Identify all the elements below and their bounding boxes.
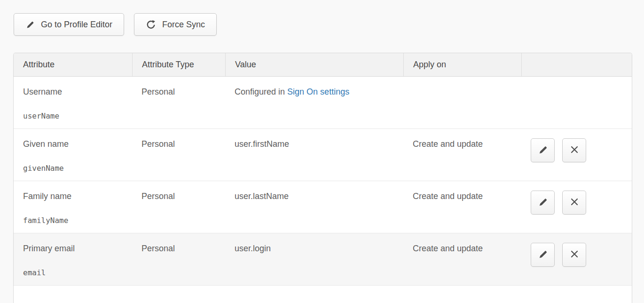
pencil-icon [538, 144, 548, 156]
edit-attribute-button[interactable] [531, 243, 555, 267]
x-icon [569, 249, 580, 261]
refresh-icon [146, 19, 156, 30]
attribute-label: Username [23, 87, 123, 97]
header-attribute: Attribute [14, 53, 132, 76]
header-value: Value [225, 53, 403, 76]
apply-on-cell: Create and update [403, 181, 521, 233]
x-icon [569, 197, 580, 208]
edit-attribute-button[interactable] [531, 138, 555, 162]
toolbar: Go to Profile Editor Force Sync [14, 13, 217, 36]
attribute-cell: Given name givenName [14, 129, 132, 181]
x-icon [569, 144, 580, 156]
apply-on-cell: Create and update [403, 233, 521, 285]
attribute-variable: email [23, 268, 123, 278]
apply-on-cell [403, 77, 521, 128]
value-cell: Configured inSign On settings [225, 77, 403, 128]
value-text: Configured in [235, 87, 285, 96]
attribute-variable: familyName [23, 215, 123, 226]
pencil-icon [25, 20, 35, 29]
go-to-profile-editor-label: Go to Profile Editor [41, 20, 112, 30]
attribute-label: Primary email [23, 243, 123, 254]
value-cell: user.firstName [225, 129, 403, 181]
force-sync-label: Force Sync [162, 20, 205, 30]
remove-attribute-button[interactable] [562, 191, 586, 215]
value-cell: user.lastName [225, 181, 403, 233]
table-row: Primary email email Personal user.login … [14, 233, 632, 286]
attribute-type-cell: Personal [132, 181, 225, 233]
remove-attribute-button[interactable] [562, 138, 586, 162]
actions-cell [521, 129, 632, 181]
table-row: Given name givenName Personal user.first… [14, 129, 632, 181]
go-to-profile-editor-button[interactable]: Go to Profile Editor [14, 13, 124, 36]
attribute-cell: Username userName [14, 77, 132, 128]
header-actions [521, 53, 632, 76]
pencil-icon [538, 197, 548, 208]
header-apply-on: Apply on [403, 53, 521, 76]
attribute-type-cell: Personal [132, 233, 225, 285]
pencil-icon [538, 249, 548, 261]
value-cell: user.login [225, 233, 403, 285]
table-row: Username userName Personal Configured in… [14, 77, 632, 129]
attribute-type-cell: Personal [132, 77, 225, 128]
attribute-mappings-table: Attribute Attribute Type Value Apply on … [13, 53, 632, 303]
attribute-label: Given name [23, 139, 123, 149]
table-header-row: Attribute Attribute Type Value Apply on [14, 53, 632, 77]
attribute-variable: givenName [23, 163, 123, 174]
edit-attribute-button[interactable] [531, 191, 555, 215]
actions-cell [521, 233, 632, 285]
apply-on-cell: Create and update [403, 129, 521, 181]
header-attribute-type: Attribute Type [132, 53, 225, 76]
table-row: Family name familyName Personal user.las… [14, 181, 632, 233]
sign-on-settings-link[interactable]: Sign On settings [287, 87, 349, 96]
remove-attribute-button[interactable] [562, 243, 586, 267]
attribute-type-cell: Personal [132, 129, 225, 181]
actions-cell [521, 77, 632, 128]
attribute-cell: Family name familyName [14, 181, 132, 233]
table-row-partial [14, 286, 632, 303]
attribute-cell: Primary email email [14, 233, 132, 285]
attribute-label: Family name [23, 191, 123, 201]
attribute-variable: userName [23, 111, 123, 121]
actions-cell [521, 181, 632, 233]
force-sync-button[interactable]: Force Sync [134, 13, 217, 36]
